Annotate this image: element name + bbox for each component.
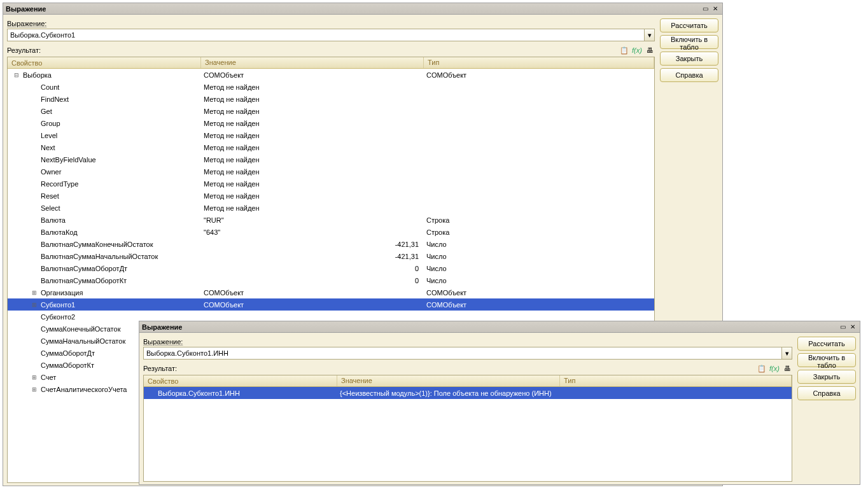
print-icon[interactable]: 🖶 <box>645 45 655 55</box>
expand-icon[interactable]: ⊞ <box>31 374 38 381</box>
collapse-icon[interactable]: ⊟ <box>13 71 20 79</box>
col-type[interactable]: Тип <box>560 375 792 386</box>
property-name: Субконто2 <box>41 313 75 321</box>
table-row[interactable]: RecordTypeМетод не найден <box>8 178 654 190</box>
expand-icon[interactable]: ⊞ <box>31 386 38 393</box>
expression-input[interactable] <box>7 29 645 41</box>
property-name: Count <box>41 83 59 91</box>
property-name: Level <box>41 132 57 139</box>
value-cell: Метод не найден <box>201 119 424 128</box>
value-cell: Метод не найден <box>201 95 424 104</box>
expander-placeholder <box>31 216 38 224</box>
dropdown-icon[interactable]: ▾ <box>782 347 792 360</box>
table-row[interactable]: ВалютнаяСуммаОборотКт0Число <box>8 274 654 286</box>
table-row[interactable]: Валюта"RUR"Строка <box>8 214 654 226</box>
paste-icon[interactable]: 📋 <box>619 45 629 55</box>
table-row[interactable]: CountМетод не найден <box>8 81 654 93</box>
value-cell: Метод не найден <box>201 167 424 176</box>
table-row[interactable]: OwnerМетод не найден <box>8 165 654 178</box>
value-cell: Метод не найден <box>201 204 424 213</box>
property-name: СуммаОборотДт <box>41 349 95 357</box>
tablo-button[interactable]: Включить в табло <box>797 353 856 367</box>
col-property[interactable]: Свойство <box>144 375 337 386</box>
type-cell <box>424 99 654 100</box>
calculate-button[interactable]: Рассчитать <box>660 18 718 32</box>
value-cell: Метод не найден <box>201 83 424 92</box>
table-row[interactable]: FindNextМетод не найден <box>8 93 654 105</box>
close-button[interactable]: Закрыть <box>660 52 718 66</box>
type-cell: Число <box>424 252 654 261</box>
type-cell <box>424 195 654 197</box>
property-name: СуммаОборотКт <box>41 361 94 369</box>
expression-label: Выражение: <box>7 18 655 29</box>
property-name: Next <box>41 144 55 151</box>
paste-icon[interactable]: 📋 <box>757 363 767 374</box>
table-row[interactable]: LevelМетод не найден <box>8 129 654 141</box>
type-cell <box>424 159 654 160</box>
table-row[interactable]: NextByFieldValueМетод не найден <box>8 153 654 165</box>
col-value[interactable]: Значение <box>201 57 424 68</box>
table-row[interactable]: Выборка.Субконто1.ИНН{<Неизвестный модул… <box>144 387 792 399</box>
expander-placeholder <box>31 241 38 248</box>
property-name: ВалютнаяСуммаОборотКт <box>41 277 127 284</box>
close-button[interactable]: Закрыть <box>797 370 856 384</box>
tablo-button[interactable]: Включить в табло <box>660 35 718 49</box>
help-button[interactable]: Справка <box>660 68 718 82</box>
expander-placeholder <box>31 228 38 236</box>
table-row[interactable]: GetМетод не найден <box>8 105 654 117</box>
table-row[interactable]: NextМетод не найден <box>8 141 654 153</box>
expander-placeholder <box>31 132 38 139</box>
table-row[interactable]: ВалютаКод"643"Строка <box>8 226 654 238</box>
property-name: Get <box>41 108 52 115</box>
table-row[interactable]: SelectМетод не найден <box>8 202 654 214</box>
value-cell: {<Неизвестный модуль>(1)}: Поле объекта … <box>337 389 560 398</box>
print-icon[interactable]: 🖶 <box>782 363 792 374</box>
expression-label: Выражение: <box>143 337 792 347</box>
table-row[interactable]: ⊞ОрганизацияCOMОбъектCOMОбъект <box>8 286 654 298</box>
fx-icon[interactable]: f(x) <box>632 45 642 55</box>
table-row[interactable]: ⊞Субконто1COMОбъектCOMОбъект <box>8 298 654 311</box>
value-cell: Метод не найден <box>201 192 424 200</box>
dropdown-icon[interactable]: ▾ <box>645 29 655 41</box>
property-name: СуммаНачальныйОстаток <box>41 337 125 345</box>
value-cell: COMОбъект <box>201 300 424 309</box>
close-icon[interactable]: ✕ <box>848 323 857 332</box>
fx-icon[interactable]: f(x) <box>769 363 780 374</box>
table-row[interactable]: ResetМетод не найден <box>8 190 654 202</box>
table-row[interactable]: ВалютнаяСуммаОборотДт0Число <box>8 262 654 274</box>
col-type[interactable]: Тип <box>424 57 654 68</box>
expander-placeholder <box>31 180 38 188</box>
type-cell: Число <box>424 264 654 273</box>
type-cell <box>424 207 654 209</box>
value-cell <box>201 316 424 318</box>
type-cell: Число <box>424 276 654 285</box>
expander-placeholder <box>31 313 38 321</box>
col-property[interactable]: Свойство <box>8 57 201 68</box>
property-name: ВалютнаяСуммаНачальныйОстаток <box>41 253 158 260</box>
help-button[interactable]: Справка <box>797 386 856 400</box>
expand-icon[interactable]: ⊞ <box>31 289 38 297</box>
expander-placeholder <box>31 337 38 345</box>
minimize-icon[interactable]: ▭ <box>838 323 847 332</box>
expander-placeholder <box>31 144 38 151</box>
property-name: СчетАналитическогоУчета <box>41 386 127 393</box>
minimize-icon[interactable]: ▭ <box>701 4 710 13</box>
titlebar-text: Выражение <box>6 5 46 13</box>
col-value[interactable]: Значение <box>337 375 560 386</box>
close-icon[interactable]: ✕ <box>711 4 720 13</box>
expander-placeholder <box>31 156 38 164</box>
expression-window-2: Выражение ▭ ✕ Выражение: ▾ Результат: 📋 … <box>139 321 860 485</box>
table-row[interactable]: GroupМетод не найден <box>8 117 654 129</box>
type-cell <box>424 147 654 148</box>
expand-icon[interactable]: ⊞ <box>31 301 38 309</box>
type-cell: COMОбъект <box>424 71 654 80</box>
expander-placeholder <box>31 192 38 200</box>
value-cell: Метод не найден <box>201 107 424 116</box>
value-cell: Метод не найден <box>201 131 424 140</box>
expression-input[interactable] <box>143 347 782 360</box>
table-row[interactable]: ВалютнаяСуммаКонечныйОстаток-421,31Число <box>8 238 654 250</box>
table-row[interactable]: ВалютнаяСуммаНачальныйОстаток-421,31Числ… <box>8 250 654 262</box>
calculate-button[interactable]: Рассчитать <box>797 337 856 351</box>
type-cell <box>424 87 654 88</box>
table-row[interactable]: ⊟ВыборкаCOMОбъектCOMОбъект <box>8 69 654 81</box>
